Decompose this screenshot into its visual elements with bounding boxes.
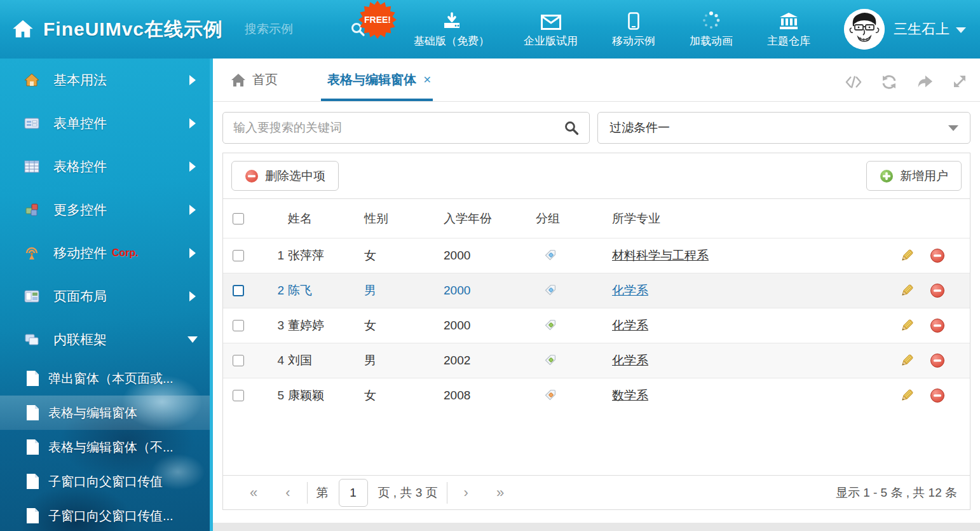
col-major[interactable]: 所学专业 [612, 210, 875, 227]
row-checkbox[interactable] [233, 390, 244, 401]
major-link[interactable]: 数学系 [612, 389, 648, 402]
chevron-down-icon [187, 336, 198, 343]
row-checkbox[interactable] [233, 355, 244, 366]
edit-icon[interactable] [899, 248, 915, 263]
table-row[interactable]: 1 张萍萍 女 2000 材料科学与工程系 [223, 238, 970, 273]
minus-circle-icon [245, 169, 259, 183]
free-badge-icon: FREE! [358, 1, 397, 39]
tab-bar: 首页 表格与编辑窗体 ✕ [213, 59, 980, 102]
major-link[interactable]: 化学系 [612, 319, 648, 332]
cell-name: 陈飞 [288, 282, 364, 299]
file-icon [25, 439, 39, 455]
chevron-down-icon [948, 125, 958, 131]
tab-home[interactable]: 首页 [224, 71, 284, 101]
user-menu[interactable]: 三生石上 [844, 9, 966, 50]
brand[interactable]: FineUIMvc在线示例 [11, 17, 223, 43]
nav-label: 企业版试用 [524, 34, 578, 48]
row-checkbox[interactable] [233, 250, 244, 261]
add-user-button[interactable]: 新增用户 [866, 161, 962, 191]
first-page-button[interactable]: « [236, 485, 271, 501]
last-page-button[interactable]: » [482, 485, 518, 501]
chevron-right-icon [189, 291, 196, 301]
cell-gender: 女 [364, 317, 444, 334]
major-link[interactable]: 化学系 [612, 284, 648, 297]
user-name: 三生石上 [894, 20, 949, 39]
delete-icon[interactable] [930, 283, 945, 298]
sidebar-item-form-controls[interactable]: 表单控件 [0, 102, 210, 145]
nav-item-mobile-demo[interactable]: 移动示例 [595, 11, 672, 48]
edit-icon[interactable] [899, 353, 915, 368]
user-table: 姓名 性别 入学年份 分组 所学专业 1 张萍萍 女 2000 材料科学与工程系 [223, 198, 970, 509]
avatar [844, 9, 885, 50]
nav-label: 基础版（免费） [414, 34, 489, 48]
col-gender[interactable]: 性别 [364, 210, 444, 227]
sidebar-subitem-child-to-parent[interactable]: 子窗口向父窗口传值 [0, 464, 210, 499]
nav-item-enterprise-trial[interactable]: 企业版试用 [507, 11, 595, 48]
search-icon[interactable] [564, 120, 579, 135]
row-checkbox[interactable] [233, 320, 244, 331]
delete-icon[interactable] [930, 353, 945, 368]
row-number: 5 [252, 389, 288, 403]
row-checkbox[interactable] [233, 285, 244, 296]
filter-dropdown[interactable]: 过滤条件一 [597, 112, 970, 144]
sidebar-item-inline-frame[interactable]: 内联框架 [0, 318, 210, 361]
edit-icon[interactable] [899, 388, 915, 403]
delete-icon[interactable] [930, 318, 945, 333]
table-row[interactable]: 5 康颖颖 女 2008 数学系 [223, 378, 970, 413]
chevron-right-icon [189, 118, 196, 128]
main-area: 首页 表格与编辑窗体 ✕ [210, 59, 980, 531]
delete-icon[interactable] [930, 388, 945, 403]
major-link[interactable]: 材料科学与工程系 [612, 249, 709, 262]
filter-row: 过滤条件一 [222, 112, 970, 144]
sidebar-item-grid-controls[interactable]: 表格控件 [0, 145, 210, 188]
spinner-icon [702, 11, 721, 30]
cell-name: 康颖颖 [288, 387, 364, 404]
table-row[interactable]: 4 刘国 男 2002 化学系 [223, 343, 970, 378]
nav-item-theme-repo[interactable]: 主题仓库 [750, 11, 827, 48]
col-name[interactable]: 姓名 [288, 210, 364, 227]
edit-icon[interactable] [899, 318, 915, 333]
fullscreen-icon[interactable] [952, 74, 969, 90]
sidebar-subitem-grid-edit-window[interactable]: 表格与编辑窗体 [0, 396, 210, 430]
col-group[interactable]: 分组 [536, 210, 612, 227]
sidebar-item-basic-usage[interactable]: 基本用法 [0, 59, 210, 102]
open-new-window-icon[interactable] [916, 74, 933, 90]
sidebar-item-mobile-controls[interactable]: 移动控件 Corp. [0, 231, 210, 275]
tag-icon [543, 282, 557, 296]
tag-icon [543, 387, 557, 401]
delete-selected-button[interactable]: 删除选中项 [231, 161, 339, 191]
sidebar-item-page-layout[interactable]: 页面布局 [0, 275, 210, 318]
select-all-checkbox[interactable] [233, 213, 244, 224]
edit-icon[interactable] [899, 283, 915, 298]
nav-item-basic-edition[interactable]: FREE! 基础版（免费） [397, 11, 507, 48]
cell-year: 2008 [444, 389, 536, 403]
next-page-button[interactable]: › [450, 485, 482, 501]
cell-name: 董婷婷 [288, 317, 364, 334]
plus-circle-icon [880, 169, 894, 183]
col-year[interactable]: 入学年份 [444, 210, 536, 227]
page-number-input[interactable] [339, 479, 368, 507]
source-code-icon[interactable] [845, 74, 862, 90]
sidebar-item-more-controls[interactable]: 更多控件 Corp. [0, 188, 210, 231]
sidebar-subitem-grid-edit-window-2[interactable]: 表格与编辑窗体（不... [0, 430, 210, 464]
file-icon [25, 507, 39, 524]
nav-label: 移动示例 [612, 34, 655, 48]
table-header-row: 姓名 性别 入学年份 分组 所学专业 [223, 198, 970, 238]
delete-icon[interactable] [930, 248, 945, 263]
prev-page-button[interactable]: ‹ [271, 485, 304, 501]
refresh-icon[interactable] [881, 74, 897, 90]
chevron-right-icon [189, 162, 196, 172]
keyword-search-input[interactable] [233, 121, 564, 135]
header-search [245, 22, 365, 37]
table-row[interactable]: 3 董婷婷 女 2000 化学系 [223, 308, 970, 343]
major-link[interactable]: 化学系 [612, 354, 648, 367]
sidebar-subitem-child-to-parent-2[interactable]: 子窗口向父窗口传值... [0, 499, 210, 531]
table-row[interactable]: 2 陈飞 男 2000 化学系 [223, 273, 970, 308]
tab-grid-edit-window[interactable]: 表格与编辑窗体 ✕ [321, 71, 433, 101]
cubes-icon [24, 202, 39, 217]
sidebar-subitem-popup-window[interactable]: 弹出窗体（本页面或... [0, 361, 210, 396]
nav-item-loading-animation[interactable]: 加载动画 [672, 11, 750, 48]
header-search-input[interactable] [245, 22, 340, 36]
close-icon[interactable]: ✕ [423, 75, 432, 85]
mobile-icon [628, 12, 639, 30]
